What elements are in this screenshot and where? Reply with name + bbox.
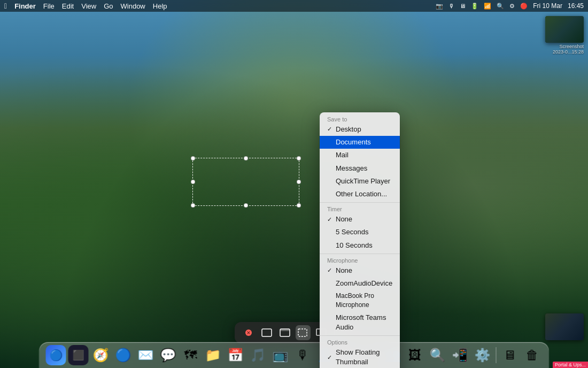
control-center-icon[interactable]: ⚙ xyxy=(509,3,515,10)
view-menu[interactable]: View xyxy=(81,2,96,10)
zoom-label: ZoomAudioDevice xyxy=(336,279,392,288)
dock-icon-preview[interactable]: 🖼 xyxy=(405,345,425,365)
dock-icon-safari[interactable]: 🧭 xyxy=(91,345,111,365)
capture-window-title-button[interactable] xyxy=(277,325,292,340)
help-menu[interactable]: Help xyxy=(153,2,167,10)
datetime: Fri 10 Mar 16:45 xyxy=(533,2,584,10)
handle-top-center[interactable] xyxy=(244,156,248,160)
wifi-icon[interactable]: 📶 xyxy=(484,3,491,10)
dock-icon-trash[interactable]: 🗑 xyxy=(522,345,543,365)
menu-item-mic-none[interactable]: ✓ None xyxy=(320,264,400,277)
dock-icon-messages[interactable]: 💬 xyxy=(158,345,179,365)
dock-icon-control-center[interactable]: 🖥 xyxy=(500,345,520,365)
svg-rect-5 xyxy=(280,329,290,331)
mbp-label: MacBook Pro Microphone xyxy=(336,292,392,310)
documents-label: Documents xyxy=(336,137,392,147)
menu-item-desktop[interactable]: ✓ Desktop xyxy=(320,123,400,136)
screenshot-dropdown-menu: Save to ✓ Desktop Documents Mail Message… xyxy=(320,112,400,368)
mic-none-checkmark: ✓ xyxy=(327,266,334,274)
dock-icon-finder[interactable]: 🔵 xyxy=(46,345,66,365)
bottom-right-thumbnail xyxy=(545,313,584,340)
search-icon[interactable]: 🔍 xyxy=(497,3,504,10)
menu-item-documents[interactable]: Documents xyxy=(320,136,400,149)
close-button[interactable] xyxy=(241,325,256,340)
menu-item-timer-none[interactable]: ✓ None xyxy=(320,213,400,226)
save-to-label: Save to xyxy=(320,114,400,123)
dock-icon-apps[interactable]: 📲 xyxy=(450,345,470,365)
mic-icon[interactable]: 🎙 xyxy=(448,3,454,9)
capture-selection-button[interactable] xyxy=(296,325,311,340)
apple-menu[interactable]:  xyxy=(4,2,7,10)
capture-window-button[interactable] xyxy=(259,325,274,340)
svg-rect-3 xyxy=(262,329,272,336)
dock-icon-maps[interactable]: 🗺 xyxy=(181,345,201,365)
separator-2 xyxy=(320,254,400,254)
menubar:  Finder File Edit View Go Window Help 📷… xyxy=(0,0,588,12)
messages-label: Messages xyxy=(336,164,392,173)
menubar-left:  Finder File Edit View Go Window Help xyxy=(4,2,167,10)
desktop-checkmark: ✓ xyxy=(327,125,334,133)
dock-icon-mail[interactable]: ✉️ xyxy=(136,345,156,365)
handle-bottom-center[interactable] xyxy=(244,203,248,208)
menu-item-mail[interactable]: Mail xyxy=(320,149,400,162)
quicktime-label: QuickTime Player xyxy=(336,177,392,186)
svg-rect-6 xyxy=(298,329,307,336)
dock: 🔵 ⬛ 🧭 🔵 ✉️ 💬 🗺 📁 📅 🎵 📺 🎙 👤 📱 🗂 👥 xyxy=(40,342,549,368)
dock-separator xyxy=(496,347,497,363)
dock-icon-music[interactable]: 🎵 xyxy=(248,345,268,365)
handle-top-right[interactable] xyxy=(297,156,301,160)
teams-label: Microsoft Teams Audio xyxy=(336,313,392,332)
display-icon[interactable]: 🖥 xyxy=(460,3,466,9)
dock-icon-calendar[interactable]: 📅 xyxy=(226,345,246,365)
window-menu[interactable]: Window xyxy=(121,2,145,10)
edit-menu[interactable]: Edit xyxy=(62,2,74,10)
floating-label: Show Floating Thumbnail xyxy=(336,348,392,367)
handle-bottom-left[interactable] xyxy=(191,203,195,208)
finder-menu[interactable]: Finder xyxy=(14,2,36,10)
timer-none-label: None xyxy=(336,214,392,224)
siri-icon[interactable]: 🔴 xyxy=(520,3,528,10)
menu-item-10sec[interactable]: 10 Seconds xyxy=(320,239,400,252)
camera-icon[interactable]: 📷 xyxy=(436,3,443,10)
thumb-br-image xyxy=(545,313,584,340)
dock-icon-files[interactable]: 📁 xyxy=(203,345,223,365)
handle-mid-left[interactable] xyxy=(191,180,195,184)
desktop-label: Desktop xyxy=(336,125,392,134)
go-menu[interactable]: Go xyxy=(104,2,113,10)
menu-item-5sec[interactable]: 5 Seconds xyxy=(320,226,400,239)
timer-label: Timer xyxy=(320,204,400,213)
selection-rectangle xyxy=(192,158,299,206)
separator-1 xyxy=(320,202,400,203)
other-label: Other Location... xyxy=(336,189,392,199)
menu-item-quicktime[interactable]: QuickTime Player xyxy=(320,175,400,188)
dock-icon-chrome[interactable]: 🔵 xyxy=(113,345,134,365)
dock-icon-podcasts[interactable]: 🎙 xyxy=(293,345,313,365)
screenshot-thumbnail xyxy=(545,16,584,43)
floating-checkmark: ✓ xyxy=(327,354,334,362)
handle-bottom-right[interactable] xyxy=(297,203,301,208)
file-menu[interactable]: File xyxy=(43,2,55,10)
handle-top-left[interactable] xyxy=(191,156,195,160)
dock-icon-tv[interactable]: 📺 xyxy=(270,345,291,365)
screenshot-label: Screenshot 2023-0...15:28 xyxy=(553,44,584,55)
menu-item-zoom-audio[interactable]: ZoomAudioDevice xyxy=(320,277,400,290)
dock-icon-launchpad[interactable]: ⬛ xyxy=(68,345,89,365)
mic-none-label: None xyxy=(336,266,392,275)
menu-item-teams-audio[interactable]: Microsoft Teams Audio xyxy=(320,311,400,334)
5sec-label: 5 Seconds xyxy=(336,227,392,237)
microphone-label: Microphone xyxy=(320,256,400,264)
menu-item-messages[interactable]: Messages xyxy=(320,162,400,175)
menu-item-mbp-mic[interactable]: MacBook Pro Microphone xyxy=(320,290,400,311)
battery-icon[interactable]: 🔋 xyxy=(471,3,478,10)
separator-3 xyxy=(320,335,400,336)
10sec-label: 10 Seconds xyxy=(336,241,392,250)
dock-icon-prefs[interactable]: ⚙️ xyxy=(473,345,493,365)
handle-mid-right[interactable] xyxy=(297,180,301,184)
corner-label: Portal & Ups... xyxy=(553,362,588,368)
dock-icon-search[interactable]: 🔍 xyxy=(428,345,448,365)
mail-label: Mail xyxy=(336,150,392,160)
menubar-right: 📷 🎙 🖥 🔋 📶 🔍 ⚙ 🔴 Fri 10 Mar 16:45 xyxy=(436,2,584,10)
menu-item-other-location[interactable]: Other Location... xyxy=(320,188,400,201)
options-section-label: Options xyxy=(320,338,400,346)
menu-item-floating-thumb[interactable]: ✓ Show Floating Thumbnail xyxy=(320,346,400,368)
